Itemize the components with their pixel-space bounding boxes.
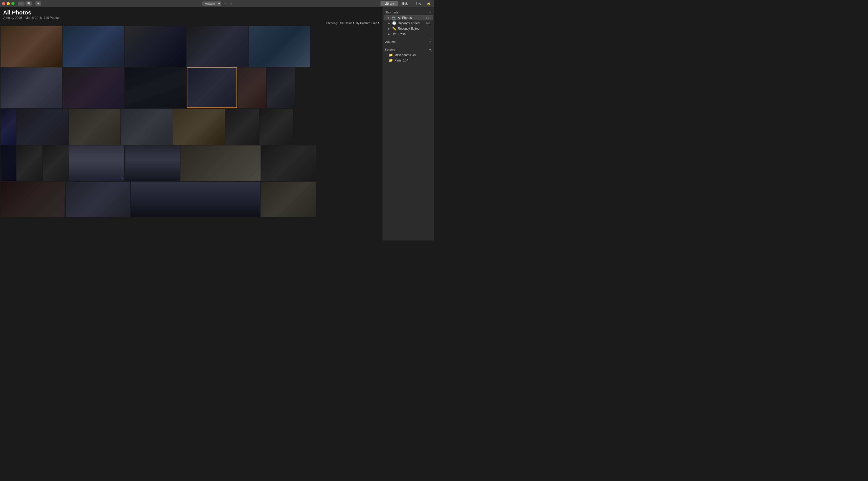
- page-meta: January 2009 – March 2018 149 Photos: [3, 16, 379, 20]
- photo-cell[interactable]: [17, 146, 42, 181]
- photo-cell[interactable]: [249, 26, 310, 67]
- sidebar-item-paris[interactable]: 📁 Paris 104: [383, 58, 433, 63]
- expand-icon[interactable]: ▶: [388, 33, 391, 35]
- photo-cell-selected[interactable]: [187, 67, 237, 108]
- photo-cell[interactable]: [125, 26, 186, 67]
- zoom-in-button[interactable]: +: [229, 1, 234, 6]
- date-range: January 2009 – March 2018: [3, 16, 42, 20]
- minimize-button[interactable]: [7, 2, 10, 5]
- sidebar-label-paris: Paris: [395, 59, 401, 62]
- shortcuts-add-button[interactable]: +: [429, 10, 431, 14]
- edit-nav-button[interactable]: Edit: [398, 1, 412, 6]
- view-mode-dropdown[interactable]: Medium Small Large: [202, 1, 221, 6]
- list-view-button[interactable]: ☰: [26, 1, 32, 6]
- photo-cell[interactable]: [259, 109, 293, 145]
- close-button[interactable]: [2, 2, 5, 5]
- photo-cell[interactable]: [1, 67, 62, 108]
- photo-cell[interactable]: [1, 26, 62, 67]
- photo-cell[interactable]: [261, 146, 316, 181]
- sidebar-label-misc-photos: Misc photos: [395, 53, 411, 57]
- trash-icon: 🗑: [392, 32, 396, 36]
- photo-cell[interactable]: [180, 146, 260, 181]
- heart-icon: ♡: [120, 177, 123, 180]
- albums-add-button[interactable]: +: [429, 40, 431, 44]
- photo-cell[interactable]: [260, 182, 316, 217]
- photo-cell[interactable]: [131, 182, 260, 217]
- folder-icon: 📁: [389, 58, 393, 62]
- photo-cell[interactable]: ♡: [69, 146, 124, 181]
- albums-label: Albums: [385, 40, 396, 43]
- sidebar-item-misc-photos[interactable]: 📁 Misc photos 45: [383, 52, 433, 58]
- layout-button[interactable]: ⊞: [35, 1, 41, 6]
- photo-row: [1, 67, 382, 108]
- back-button[interactable]: ←: [18, 2, 25, 6]
- shortcuts-label: Shortcuts: [385, 11, 398, 14]
- photo-row: [1, 182, 382, 217]
- sidebar-item-trash[interactable]: ▶ 🗑 Trash 0: [383, 31, 433, 37]
- sidebar-label-recently-added: Recently Added: [398, 22, 424, 25]
- sidebar-label-recently-edited: Recently Edited: [398, 27, 429, 30]
- zoom-out-button[interactable]: −: [222, 1, 227, 6]
- layout-icon: ⊞: [37, 2, 39, 5]
- sidebar: Shortcuts + ▶ 📷 All Photos 149 ▶ 🕐 Recen…: [382, 7, 434, 241]
- info-nav-button[interactable]: Info: [412, 1, 425, 6]
- title-bar-center: Medium Small Large − +: [200, 1, 233, 6]
- sidebar-item-all-photos[interactable]: ▶ 📷 All Photos 149: [383, 15, 433, 21]
- photo-cell[interactable]: [121, 109, 173, 145]
- title-bar: ← ☰ ⊞ Medium Small Large − + Library Edi…: [0, 0, 434, 7]
- photo-cell[interactable]: [1, 146, 16, 181]
- sidebar-item-recently-added[interactable]: ▶ 🕐 Recently Added 149: [383, 21, 433, 26]
- all-photos-icon: 📷: [392, 16, 396, 20]
- photo-grid: ♡: [0, 26, 382, 241]
- misc-photos-count: 45: [412, 53, 416, 57]
- library-nav-button[interactable]: Library: [380, 1, 398, 6]
- sidebar-item-recently-edited[interactable]: ▶ ✏️ Recently Edited: [383, 26, 433, 31]
- photo-cell[interactable]: [225, 109, 259, 145]
- page-header: All Photos January 2009 – March 2018 149…: [0, 7, 382, 21]
- maximize-button[interactable]: [11, 2, 14, 5]
- list-icon: ☰: [27, 2, 30, 5]
- photo-cell[interactable]: [238, 67, 266, 108]
- back-icon: ←: [20, 2, 23, 5]
- sort-chevron-icon: ▾: [378, 21, 379, 25]
- folders-label: Folders: [385, 48, 396, 51]
- photo-cell[interactable]: [1, 182, 65, 217]
- chevron-down-icon: ▾: [353, 21, 354, 25]
- expand-icon[interactable]: ▶: [388, 17, 391, 19]
- recently-added-icon: 🕐: [392, 21, 396, 25]
- sidebar-label-trash: Trash: [398, 32, 427, 36]
- photo-cell[interactable]: [173, 109, 225, 145]
- sidebar-label-all-photos: All Photos: [398, 16, 424, 20]
- sort-dropdown[interactable]: By Capture Time ▾: [356, 21, 379, 25]
- photo-cell[interactable]: [125, 146, 180, 181]
- paris-count: 104: [403, 59, 408, 62]
- trash-count: 0: [429, 33, 430, 36]
- photo-area: All Photos January 2009 – March 2018 149…: [0, 7, 382, 241]
- shortcuts-section-header: Shortcuts +: [382, 9, 434, 15]
- recently-edited-icon: ✏️: [392, 27, 396, 30]
- folders-add-button[interactable]: +: [429, 47, 431, 52]
- photo-cell[interactable]: [69, 109, 120, 145]
- folder-icon: 📁: [389, 53, 393, 57]
- expand-icon[interactable]: ▶: [388, 27, 391, 30]
- photo-row: ♡: [1, 146, 382, 181]
- photo-row: [1, 26, 382, 67]
- photo-count: 149 Photos: [44, 16, 59, 20]
- photo-cell[interactable]: [1, 109, 16, 145]
- title-bar-nav: Library Edit Info 🔒: [380, 1, 432, 6]
- expand-icon[interactable]: ▶: [388, 22, 391, 25]
- photo-cell[interactable]: [125, 67, 186, 108]
- photo-cell[interactable]: [43, 146, 69, 181]
- photo-cell[interactable]: [63, 26, 124, 67]
- photo-cell[interactable]: [267, 67, 295, 108]
- photo-cell[interactable]: [63, 67, 124, 108]
- lock-icon[interactable]: 🔒: [425, 1, 432, 6]
- photo-cell[interactable]: [187, 26, 248, 67]
- filter-bar: Showing: All Photos ▾ By Capture Time ▾: [0, 21, 382, 26]
- photo-cell[interactable]: [17, 109, 68, 145]
- showing-dropdown[interactable]: All Photos ▾: [340, 21, 354, 25]
- page-title: All Photos: [3, 9, 379, 16]
- recently-added-count: 149: [426, 22, 430, 25]
- photo-row: [1, 109, 382, 145]
- photo-cell[interactable]: [66, 182, 130, 217]
